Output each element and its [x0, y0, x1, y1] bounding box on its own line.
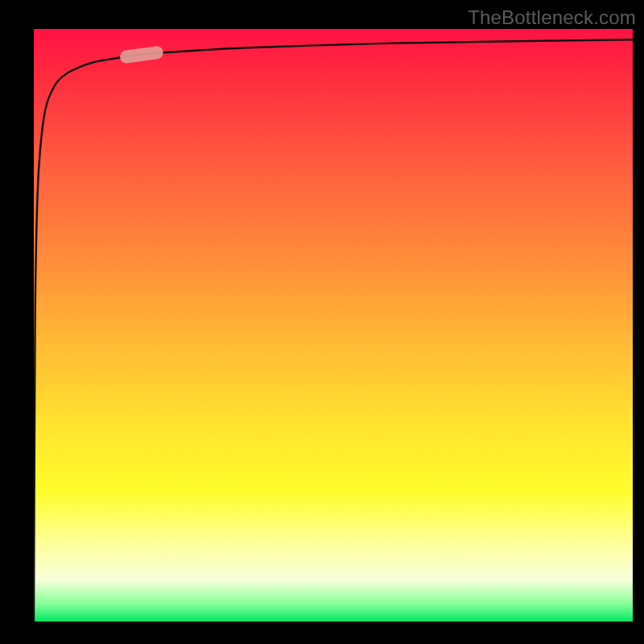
- curve-line: [34, 39, 633, 621]
- watermark-text: TheBottleneck.com: [468, 6, 636, 29]
- chart-container: TheBottleneck.com: [0, 0, 644, 644]
- curve-layer: [34, 29, 633, 621]
- curve-highlight-marker: [119, 45, 164, 64]
